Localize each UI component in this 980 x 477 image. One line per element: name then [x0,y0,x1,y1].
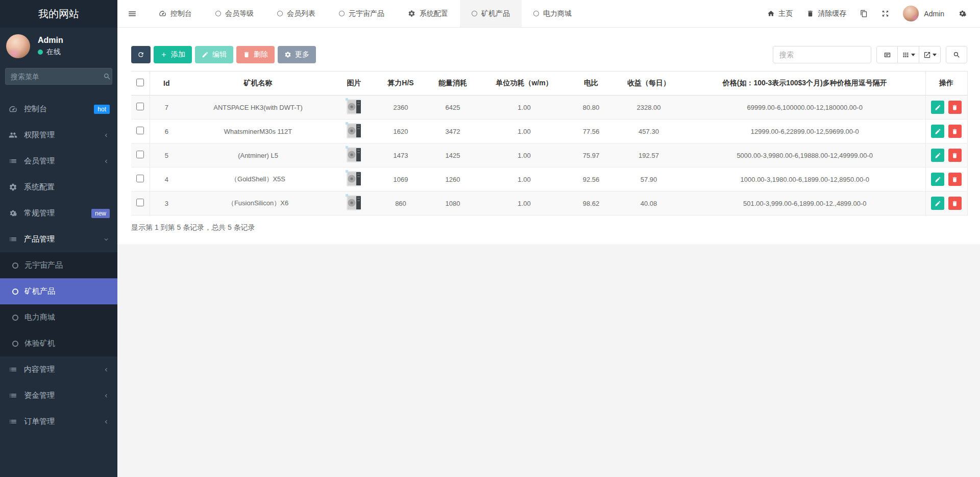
row-edit-button[interactable] [931,173,944,186]
row-checkbox[interactable] [136,151,144,158]
fullscreen-button[interactable] [881,10,889,17]
navbar-right: 主页 清除缓存 Admin [767,0,980,27]
column-header-energy: 能量消耗 [426,71,479,96]
sidebar-item-members[interactable]: 会员管理 [0,148,117,174]
cell-power-ratio: 98.62 [569,192,613,216]
circle-icon [12,315,18,321]
sidebar-item-trial-miner[interactable]: 体验矿机 [0,330,117,356]
row-checkbox[interactable] [136,103,144,110]
tab-system-config[interactable]: 系统配置 [396,0,460,27]
row-checkbox[interactable] [136,199,144,206]
record-count-summary: 显示第 1 到第 5 条记录，总共 5 条记录 [131,223,967,232]
clear-cache-link[interactable]: 清除缓存 [806,9,846,18]
sidebar-item-content[interactable]: 内容管理 [0,356,117,383]
row-checkbox[interactable] [136,175,144,182]
row-delete-button[interactable] [948,197,962,210]
row-edit-button[interactable] [931,125,944,138]
gears-icon [958,9,967,18]
tab-miner-products[interactable]: 矿机产品 [460,0,522,27]
chevron-down-icon [103,236,110,243]
row-edit-button[interactable] [931,101,944,114]
sidebar-item-funds[interactable]: 资金管理 [0,383,117,409]
row-delete-button[interactable] [948,173,962,186]
tab-metaverse-products[interactable]: 元宇宙产品 [327,0,396,27]
sidebar-item-system-config[interactable]: 系统配置 [0,174,117,200]
chevron-left-icon [103,418,110,425]
column-header-unit-power: 单位功耗（w/m） [479,71,569,96]
trash-icon [951,128,958,135]
new-badge: new [91,209,110,218]
refresh-button[interactable] [131,46,151,63]
copy-page-button[interactable] [860,10,868,17]
add-button[interactable]: 添加 [154,46,192,63]
trash-icon [806,10,814,17]
tab-member-levels[interactable]: 会员等级 [204,0,265,27]
table-toolbar: 添加 编辑 删除 更多 [131,46,967,63]
cell-daily-income: 57.90 [613,168,684,192]
tab-member-list[interactable]: 会员列表 [265,0,327,27]
sidebar-item-metaverse-products[interactable]: 元宇宙产品 [0,252,117,278]
column-header-hashrate: 算力H/S [375,71,426,96]
caret-down-icon [911,54,915,56]
row-edit-button[interactable] [931,149,944,162]
detail-view-button[interactable] [876,46,898,63]
cell-name: ANTSPACE HK3(with DWT-T) [183,96,333,120]
navbar-user-name: Admin [924,10,944,18]
circle-icon [215,11,221,16]
columns-button[interactable] [898,46,919,63]
cell-id: 5 [150,144,183,168]
trash-icon [951,152,958,159]
row-edit-button[interactable] [931,197,944,210]
cell-name: （FusionSilicon）X6 [183,192,333,216]
row-delete-button[interactable] [948,101,962,114]
column-header-daily-income: 收益（每日） [613,71,684,96]
search-toggle-button[interactable] [946,46,967,63]
row-checkbox[interactable] [136,127,144,134]
row-delete-button[interactable] [948,149,962,162]
pencil-icon [935,200,941,207]
detail-view-icon [884,51,891,59]
main-area: 控制台 会员等级 会员列表 元宇宙产品 系统配置 [117,0,980,477]
row-delete-button[interactable] [948,125,962,138]
hamburger-button[interactable] [117,0,147,27]
cell-unit-power: 1.00 [479,144,569,168]
more-button[interactable]: 更多 [278,46,316,63]
sidebar-item-products[interactable]: 产品管理 [0,226,117,252]
tab-dashboard[interactable]: 控制台 [147,0,204,27]
cell-price: 1000.00-3,1980.00-6,1899.00-12,8950.00-0 [684,168,925,192]
sidebar-item-miner-products[interactable]: 矿机产品 [0,278,117,304]
table-body: 7 ANTSPACE HK3(with DWT-T) 2360 6425 1.0… [131,96,967,216]
user-panel: Admin 在线 [0,28,117,64]
cell-power-ratio: 80.80 [569,96,613,120]
delete-button[interactable]: 删除 [236,46,275,63]
cell-unit-power: 1.00 [479,96,569,120]
online-status-dot [38,50,43,55]
page-background [117,244,980,477]
export-button[interactable] [919,46,941,63]
circle-icon [12,341,18,347]
content-panel: 添加 编辑 删除 更多 [117,28,980,244]
table-row: 5 (Antminer) L5 1473 1425 1.00 75.97 192… [131,144,967,168]
cell-energy: 3472 [426,120,479,144]
table-row: 6 WhatsminerM30s 112T 1620 3472 1.00 77.… [131,120,967,144]
sidebar-item-general[interactable]: 常规管理 new [0,200,117,226]
menu-search-input[interactable] [11,73,103,81]
search-icon [953,51,961,59]
avatar [6,34,30,58]
sidebar-item-dashboard[interactable]: 控制台 hot [0,96,117,122]
cell-image [333,120,375,144]
column-header-power-ratio: 电比 [569,71,613,96]
miner-product-image [342,121,366,141]
home-link[interactable]: 主页 [767,9,793,18]
edit-button[interactable]: 编辑 [195,46,233,63]
circle-icon [277,11,283,16]
sidebar-item-power-mall[interactable]: 电力商城 [0,304,117,330]
select-all-checkbox[interactable] [136,79,144,86]
cell-energy: 6425 [426,96,479,120]
tab-power-mall[interactable]: 电力商城 [522,0,583,27]
sidebar-item-orders[interactable]: 订单管理 [0,409,117,435]
user-menu[interactable]: Admin [903,6,944,21]
table-search-input[interactable] [773,46,871,63]
settings-button[interactable] [958,9,967,18]
sidebar-item-permissions[interactable]: 权限管理 [0,122,117,148]
